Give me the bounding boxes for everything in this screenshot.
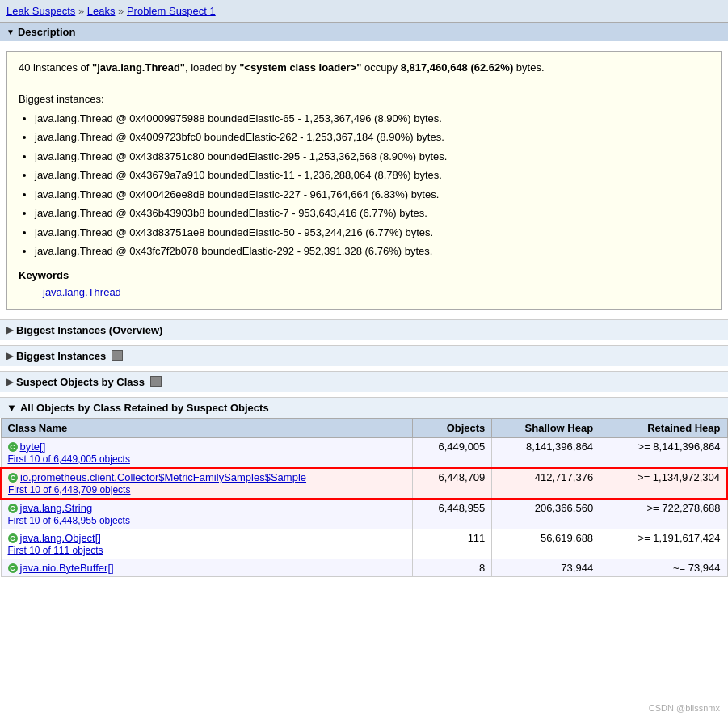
sub-link[interactable]: First 10 of 6,449,005 objects — [8, 453, 130, 465]
sub-link[interactable]: First 10 of 6,448,955 objects — [8, 515, 130, 526]
sub-link[interactable]: First 10 of 6,448,709 objects — [8, 484, 130, 495]
instance-item: java.lang.Thread @ 0x43fc7f2b078 bounded… — [35, 243, 709, 259]
class-name-link[interactable]: io.prometheus.client.Collector$MetricFam… — [20, 471, 306, 483]
table-row: Cbyte[]First 10 of 6,449,005 objects6,44… — [1, 437, 727, 468]
class-name-link[interactable]: java.lang.Object[] — [20, 532, 101, 544]
leak-suspects-link[interactable]: Leak Suspects — [6, 5, 75, 17]
biggest-instances-header[interactable]: ▶ Biggest Instances — [0, 345, 728, 366]
objects-cell: 6,448,709 — [412, 468, 492, 499]
table-row: Cjava.lang.Object[]First 10 of 111 objec… — [1, 529, 727, 559]
class-icon: C — [8, 563, 18, 573]
suspect-objects-toggle: ▶ — [6, 377, 13, 387]
biggest-instances-label: Biggest Instances — [16, 350, 106, 362]
suspect-objects-icon — [150, 376, 162, 387]
all-objects-toggle: ▼ — [6, 402, 17, 414]
all-objects-label: All Objects by Class Retained by Suspect… — [20, 402, 269, 414]
instance-item: java.lang.Thread @ 0x40009975988 bounded… — [35, 111, 709, 127]
description-toggle-icon: ▼ — [6, 27, 15, 36]
retained-heap-cell: >= 1,191,617,424 — [600, 529, 727, 559]
suspect-objects-header[interactable]: ▶ Suspect Objects by Class — [0, 371, 728, 392]
instance-item: java.lang.Thread @ 0x436b43903b8 bounded… — [35, 205, 709, 221]
instance-item: java.lang.Thread @ 0x43d83751c80 bounded… — [35, 149, 709, 165]
instances-list: java.lang.Thread @ 0x40009975988 bounded… — [35, 111, 709, 259]
suspect-objects-label: Suspect Objects by Class — [16, 376, 145, 388]
col-shallow-heap: Shallow Heap — [492, 418, 600, 437]
leaks-link[interactable]: Leaks — [87, 5, 116, 17]
biggest-instances-section: ▶ Biggest Instances — [0, 345, 728, 366]
description-section-header[interactable]: ▼ Description — [0, 23, 728, 41]
biggest-instances-overview-header[interactable]: ▶ Biggest Instances (Overview) — [0, 319, 728, 340]
biggest-instances-overview-section: ▶ Biggest Instances (Overview) — [0, 319, 728, 340]
table-row: Cjava.lang.StringFirst 10 of 6,448,955 o… — [1, 499, 727, 529]
description-header-label: Description — [18, 26, 76, 38]
biggest-instances-toggle: ▶ — [6, 351, 13, 361]
instance-item: java.lang.Thread @ 0x43679a7a910 bounded… — [35, 167, 709, 183]
keyword-value[interactable]: java.lang.Thread — [43, 285, 709, 301]
objects-cell: 6,448,955 — [412, 499, 492, 529]
biggest-instances-icon — [112, 350, 123, 361]
col-class-name: Class Name — [1, 418, 412, 437]
class-name-link[interactable]: java.nio.ByteBuffer[] — [20, 562, 114, 574]
objects-cell: 6,449,005 — [412, 437, 492, 468]
breadcrumb: Leak Suspects » Leaks » Problem Suspect … — [0, 0, 728, 23]
description-summary: 40 instances of "java.lang.Thread", load… — [19, 60, 709, 76]
shallow-heap-cell: 412,717,376 — [492, 468, 600, 499]
suspect-objects-section: ▶ Suspect Objects by Class — [0, 371, 728, 392]
shallow-heap-cell: 8,141,396,864 — [492, 437, 600, 468]
objects-table: Class Name Objects Shallow Heap Retained… — [0, 418, 728, 577]
separator1: » — [78, 5, 87, 17]
all-objects-header[interactable]: ▼ All Objects by Class Retained by Suspe… — [0, 397, 728, 418]
shallow-heap-cell: 73,944 — [492, 559, 600, 576]
shallow-heap-cell: 206,366,560 — [492, 499, 600, 529]
table-header-row: Class Name Objects Shallow Heap Retained… — [1, 418, 727, 437]
retained-heap-cell: >= 1,134,972,304 — [600, 468, 727, 499]
retained-heap-cell: >= 8,141,396,864 — [600, 437, 727, 468]
keywords-label: Keywords — [19, 268, 709, 284]
keywords-section: Keywords java.lang.Thread — [19, 268, 709, 301]
biggest-instances-label: Biggest instances: — [19, 91, 709, 108]
class-icon: C — [8, 533, 18, 543]
biggest-instances-overview-toggle: ▶ — [6, 325, 13, 335]
objects-cell: 111 — [412, 529, 492, 559]
class-icon: C — [8, 504, 18, 513]
shallow-heap-cell: 56,619,688 — [492, 529, 600, 559]
col-retained-heap: Retained Heap — [600, 418, 727, 437]
instance-item: java.lang.Thread @ 0x43d83751ae8 bounded… — [35, 225, 709, 241]
class-name-link[interactable]: java.lang.String — [20, 502, 93, 514]
instance-item: java.lang.Thread @ 0x4009723bfc0 bounded… — [35, 129, 709, 145]
biggest-instances-overview-label: Biggest Instances (Overview) — [16, 324, 162, 336]
table-row: Cjava.nio.ByteBuffer[]873,944~= 73,944 — [1, 559, 727, 576]
instance-item: java.lang.Thread @ 0x400426ee8d8 bounded… — [35, 187, 709, 203]
class-icon: C — [8, 473, 18, 483]
table-row: Cio.prometheus.client.Collector$MetricFa… — [1, 468, 727, 499]
description-content: 40 instances of "java.lang.Thread", load… — [6, 51, 722, 310]
retained-heap-cell: >= 722,278,688 — [600, 499, 727, 529]
retained-heap-cell: ~= 73,944 — [600, 559, 727, 576]
all-objects-section: ▼ All Objects by Class Retained by Suspe… — [0, 397, 728, 577]
class-name-link[interactable]: byte[] — [20, 441, 46, 453]
sub-link[interactable]: First 10 of 111 objects — [8, 545, 103, 556]
separator2: » — [118, 5, 127, 17]
class-icon: C — [8, 442, 18, 452]
objects-cell: 8 — [412, 559, 492, 576]
problem-suspect-link[interactable]: Problem Suspect 1 — [127, 5, 216, 17]
col-objects: Objects — [412, 418, 492, 437]
